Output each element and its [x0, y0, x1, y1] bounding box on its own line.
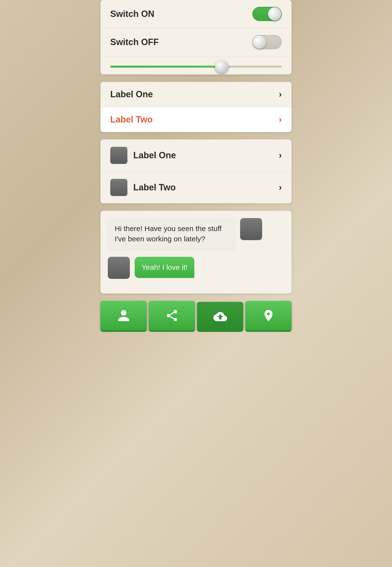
slider-knob[interactable] — [215, 60, 228, 73]
switch-on-label: Switch ON — [110, 9, 154, 19]
tab-profile[interactable] — [100, 301, 147, 330]
list-item-4-label: Label Two — [133, 182, 176, 193]
tab-upload[interactable] — [197, 302, 243, 331]
upload-icon — [213, 310, 227, 324]
tab-location[interactable] — [245, 301, 292, 330]
list-item-3-icon — [110, 147, 127, 164]
tab-share[interactable] — [149, 301, 195, 330]
list-item-1[interactable]: Label One › — [100, 82, 292, 107]
chat-sent-row: Yeah! I love it! — [108, 257, 284, 279]
chat-received-row: Hi there! Have you seen the stuff I've b… — [108, 218, 284, 249]
list-item-4[interactable]: Label Two › — [100, 171, 292, 203]
chat-received-bubble: Hi there! Have you seen the stuff I've b… — [108, 218, 235, 249]
list-card-2: Label One › Label Two › — [100, 140, 292, 203]
list-item-3-label: Label One — [133, 150, 176, 160]
toggle-on-knob — [268, 7, 281, 21]
switch-off-row: Switch OFF — [100, 28, 292, 56]
list-item-3-left: Label One — [110, 147, 176, 164]
toggle-off-switch[interactable] — [252, 35, 282, 49]
tab-bar — [100, 301, 292, 335]
list-item-1-chevron: › — [279, 89, 282, 99]
list-item-4-left: Label Two — [110, 179, 176, 196]
profile-icon — [117, 309, 131, 323]
chat-card: Hi there! Have you seen the stuff I've b… — [100, 211, 292, 294]
slider-row — [100, 56, 292, 74]
toggle-on-switch[interactable] — [252, 7, 282, 21]
switch-off-label: Switch OFF — [110, 37, 159, 47]
list-item-1-label: Label One — [110, 89, 153, 99]
controls-card: Switch ON Switch OFF — [100, 0, 292, 74]
list-item-3[interactable]: Label One › — [100, 140, 292, 171]
list-item-2-label: Label Two — [110, 114, 153, 125]
slider-track[interactable] — [110, 66, 282, 68]
location-icon — [262, 309, 275, 323]
toggle-off-knob — [253, 36, 266, 49]
list-card-1: Label One › Label Two › — [100, 82, 292, 132]
slider-fill — [110, 66, 222, 68]
switch-on-row: Switch ON — [100, 0, 292, 28]
list-item-2-chevron: › — [279, 114, 282, 125]
chat-received-avatar — [240, 218, 262, 240]
chat-sent-bubble: Yeah! I love it! — [135, 257, 194, 278]
chat-sent-avatar — [108, 257, 130, 279]
list-item-3-chevron: › — [279, 150, 282, 160]
list-item-2[interactable]: Label Two › — [100, 107, 292, 132]
list-item-4-icon — [110, 179, 127, 196]
share-icon — [165, 309, 179, 323]
list-item-4-chevron: › — [279, 182, 282, 193]
